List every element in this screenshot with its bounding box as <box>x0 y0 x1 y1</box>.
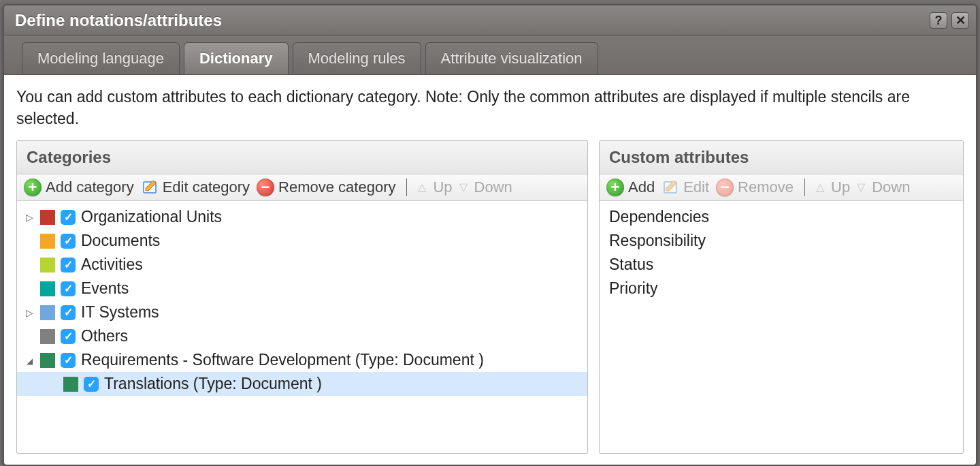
category-checkbox[interactable] <box>61 281 76 296</box>
category-label: Others <box>81 327 128 345</box>
dialog-titlebar: Define notations/attributes ? ✕ <box>4 5 976 35</box>
category-checkbox[interactable] <box>61 210 76 225</box>
category-label: Events <box>81 279 129 298</box>
dictionary-panel: You can add custom attributes to each di… <box>4 75 976 465</box>
category-color-swatch <box>40 353 55 368</box>
category-checkbox[interactable] <box>61 234 76 249</box>
category-label: Translations (Type: Document ) <box>104 375 322 393</box>
add-category-label: Add category <box>46 178 134 196</box>
minus-icon: − <box>257 178 274 196</box>
category-row[interactable]: Others <box>17 324 587 348</box>
categories-group: Categories + Add category Edit category … <box>16 140 588 454</box>
expand-icon[interactable] <box>24 212 35 223</box>
attribute-item[interactable]: Status <box>600 253 963 277</box>
two-column-layout: Categories + Add category Edit category … <box>16 140 964 454</box>
categories-toolbar: + Add category Edit category − Remove ca… <box>17 174 587 201</box>
close-button[interactable]: ✕ <box>951 12 969 29</box>
add-attribute-label: Add <box>628 178 655 196</box>
toolbar-separator <box>804 178 805 196</box>
tab-modeling-rules[interactable]: Modeling rules <box>293 42 421 74</box>
category-row[interactable]: IT Systems <box>17 300 587 324</box>
category-label: Activities <box>81 255 143 274</box>
move-down-label: Down <box>474 178 512 196</box>
category-row[interactable]: Requirements - Software Development (Typ… <box>17 348 587 372</box>
remove-attribute-button[interactable]: − Remove <box>716 178 794 196</box>
edit-icon <box>662 178 679 196</box>
edit-icon <box>141 178 159 196</box>
tabstrip: Modeling language Dictionary Modeling ru… <box>4 35 976 75</box>
category-row[interactable]: Organizational Units <box>17 205 587 229</box>
edit-attribute-button[interactable]: Edit <box>662 178 709 196</box>
category-checkbox[interactable] <box>61 353 76 368</box>
plus-icon: + <box>606 178 624 196</box>
category-label: Documents <box>81 232 160 250</box>
category-label: IT Systems <box>81 303 159 322</box>
triangle-up-icon <box>418 182 426 193</box>
dialog-title: Define notations/attributes <box>15 11 222 30</box>
collapse-icon[interactable] <box>24 355 35 366</box>
custom-attributes-header: Custom attributes <box>600 141 963 174</box>
custom-attributes-group: Custom attributes + Add Edit − Remo <box>599 140 964 454</box>
category-color-swatch <box>40 234 55 249</box>
category-checkbox[interactable] <box>61 258 76 273</box>
category-color-swatch <box>40 329 55 344</box>
categories-header: Categories <box>17 141 587 174</box>
custom-attributes-toolbar: + Add Edit − Remove <box>600 174 963 201</box>
category-color-swatch <box>40 258 55 273</box>
triangle-down-icon <box>857 182 865 193</box>
tab-attribute-visualization[interactable]: Attribute visualization <box>425 42 598 74</box>
help-button[interactable]: ? <box>930 12 947 29</box>
add-category-button[interactable]: + Add category <box>24 178 134 196</box>
move-up-button[interactable]: Up <box>418 178 452 196</box>
intro-text: You can add custom attributes to each di… <box>16 86 964 129</box>
category-color-swatch <box>40 305 55 320</box>
category-checkbox[interactable] <box>61 305 76 320</box>
category-checkbox[interactable] <box>84 377 99 392</box>
expand-icon[interactable] <box>24 307 35 318</box>
edit-category-label: Edit category <box>163 178 250 196</box>
category-row[interactable]: Events <box>17 277 587 300</box>
minus-icon: − <box>716 178 734 196</box>
attr-move-down-label: Down <box>872 178 910 196</box>
dialog: Define notations/attributes ? ✕ Modeling… <box>3 4 977 466</box>
triangle-down-icon <box>459 182 468 193</box>
add-attribute-button[interactable]: + Add <box>606 178 655 196</box>
tab-modeling-language[interactable]: Modeling language <box>22 42 180 74</box>
remove-attribute-label: Remove <box>738 178 794 196</box>
move-down-button[interactable]: Down <box>459 178 512 196</box>
category-color-swatch <box>63 377 78 392</box>
attribute-item[interactable]: Responsibility <box>600 229 963 253</box>
plus-icon: + <box>24 178 42 196</box>
move-up-label: Up <box>433 178 452 196</box>
remove-category-label: Remove category <box>278 178 395 196</box>
tab-dictionary[interactable]: Dictionary <box>184 42 289 74</box>
category-label: Requirements - Software Development (Typ… <box>81 351 484 369</box>
attribute-item[interactable]: Dependencies <box>600 205 963 229</box>
category-color-swatch <box>40 210 55 225</box>
categories-tree[interactable]: Organizational UnitsDocumentsActivitiesE… <box>17 201 587 453</box>
edit-category-button[interactable]: Edit category <box>141 178 250 196</box>
custom-attributes-list[interactable]: DependenciesResponsibilityStatusPriority <box>600 201 963 453</box>
remove-category-button[interactable]: − Remove category <box>257 178 395 196</box>
category-row[interactable]: Activities <box>17 253 587 277</box>
attr-move-down-button[interactable]: Down <box>857 178 910 196</box>
window-buttons: ? ✕ <box>930 12 969 29</box>
attribute-item[interactable]: Priority <box>600 277 963 300</box>
category-row[interactable]: Documents <box>17 229 587 253</box>
attr-move-up-label: Up <box>831 178 850 196</box>
edit-attribute-label: Edit <box>683 178 709 196</box>
category-color-swatch <box>40 281 55 296</box>
category-row[interactable]: Translations (Type: Document ) <box>17 372 587 396</box>
toolbar-separator <box>406 178 407 196</box>
triangle-up-icon <box>816 182 824 193</box>
attr-move-up-button[interactable]: Up <box>816 178 850 196</box>
category-checkbox[interactable] <box>61 329 76 344</box>
category-label: Organizational Units <box>81 208 222 226</box>
